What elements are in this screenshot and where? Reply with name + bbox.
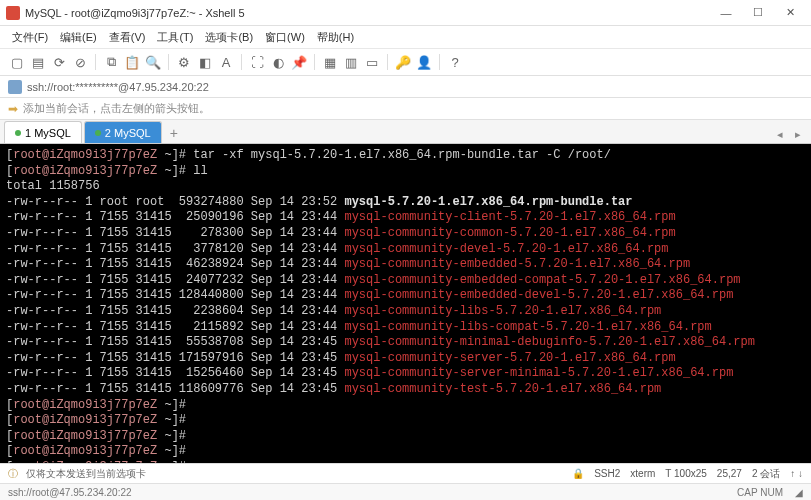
resize-grip-icon[interactable]: ◢ [795, 487, 803, 498]
terminal-line: -rw-r--r-- 1 7155 31415 2238604 Sep 14 2… [6, 304, 805, 320]
tab-1[interactable]: 1 MySQL [4, 121, 82, 143]
terminal-line: [root@iZqmo9i3j77p7eZ ~]# [6, 444, 805, 460]
footer-cap: CAP NUM [737, 487, 783, 498]
fullscreen-icon[interactable]: ⛶ [248, 53, 266, 71]
key-icon[interactable]: 🔑 [394, 53, 412, 71]
protocol-icon [8, 80, 22, 94]
ontop-icon[interactable]: 📌 [290, 53, 308, 71]
toolbar-separator [439, 54, 440, 70]
props-icon[interactable]: ⚙ [175, 53, 193, 71]
hint-bar: ➡ 添加当前会话，点击左侧的箭头按钮。 [0, 98, 811, 120]
tile-icon[interactable]: ▦ [321, 53, 339, 71]
status-pos: 25,27 [717, 468, 742, 479]
toolbar-separator [241, 54, 242, 70]
menu-file[interactable]: 文件(F) [6, 28, 54, 47]
window-controls: — ☐ ✕ [711, 3, 805, 23]
menu-edit[interactable]: 编辑(E) [54, 28, 103, 47]
session-tabs: 1 MySQL 2 MySQL + ◂ ▸ [0, 120, 811, 144]
tab-label: 1 MySQL [25, 127, 71, 139]
new-session-icon[interactable]: ▢ [8, 53, 26, 71]
tab-icon[interactable]: ▭ [363, 53, 381, 71]
status-dot-icon [15, 130, 21, 136]
app-footer: ssh://root@47.95.234.20:22 CAP NUM ◢ [0, 483, 811, 500]
cascade-icon[interactable]: ▥ [342, 53, 360, 71]
titlebar: MySQL - root@iZqmo9i3j77p7eZ:~ - Xshell … [0, 0, 811, 26]
menu-view[interactable]: 查看(V) [103, 28, 152, 47]
copy-icon[interactable]: ⧉ [102, 53, 120, 71]
terminal-line: [root@iZqmo9i3j77p7eZ ~]# tar -xf mysql-… [6, 148, 805, 164]
user-icon[interactable]: 👤 [415, 53, 433, 71]
status-conn: ↑ ↓ [790, 468, 803, 479]
minimize-button[interactable]: — [711, 3, 741, 23]
color-icon[interactable]: ◧ [196, 53, 214, 71]
lock-icon: 🔒 [572, 468, 584, 479]
terminal-line: -rw-r--r-- 1 7155 31415 118609776 Sep 14… [6, 382, 805, 398]
status-ssh: SSH2 [594, 468, 620, 479]
status-term: xterm [630, 468, 655, 479]
terminal-statusbar: ⓘ 仅将文本发送到当前选项卡 🔒 SSH2 xterm T 100x25 25,… [0, 463, 811, 483]
menu-tabs[interactable]: 选项卡(B) [199, 28, 259, 47]
footer-conn: ssh://root@47.95.234.20:22 [8, 487, 132, 498]
status-size: T 100x25 [665, 468, 707, 479]
maximize-button[interactable]: ☐ [743, 3, 773, 23]
terminal-line: total 1158756 [6, 179, 805, 195]
add-tab-button[interactable]: + [164, 123, 184, 143]
app-icon [6, 6, 20, 20]
tab-2[interactable]: 2 MySQL [84, 121, 162, 143]
hint-text: 添加当前会话，点击左侧的箭头按钮。 [23, 101, 210, 116]
terminal-line: -rw-r--r-- 1 7155 31415 46238924 Sep 14 … [6, 257, 805, 273]
terminal-line: -rw-r--r-- 1 7155 31415 2115892 Sep 14 2… [6, 320, 805, 336]
tab-prev-icon[interactable]: ◂ [771, 125, 789, 143]
toolbar-separator [95, 54, 96, 70]
toolbar: ▢ ▤ ⟳ ⊘ ⧉ 📋 🔍 ⚙ ◧ A ⛶ ◐ 📌 ▦ ▥ ▭ 🔑 👤 ? [0, 48, 811, 76]
toolbar-separator [314, 54, 315, 70]
close-button[interactable]: ✕ [775, 3, 805, 23]
help-icon[interactable]: ? [446, 53, 464, 71]
reconnect-icon[interactable]: ⟳ [50, 53, 68, 71]
menubar: 文件(F) 编辑(E) 查看(V) 工具(T) 选项卡(B) 窗口(W) 帮助(… [0, 26, 811, 48]
font-icon[interactable]: A [217, 53, 235, 71]
terminal-line: -rw-r--r-- 1 7155 31415 55538708 Sep 14 … [6, 335, 805, 351]
terminal-line: [root@iZqmo9i3j77p7eZ ~]# [6, 398, 805, 414]
menu-window[interactable]: 窗口(W) [259, 28, 311, 47]
terminal-line: [root@iZqmo9i3j77p7eZ ~]# [6, 429, 805, 445]
arrow-icon[interactable]: ➡ [8, 102, 18, 116]
tab-label: 2 MySQL [105, 127, 151, 139]
menu-tools[interactable]: 工具(T) [151, 28, 199, 47]
terminal-line: -rw-r--r-- 1 7155 31415 15256460 Sep 14 … [6, 366, 805, 382]
terminal-line: -rw-r--r-- 1 root root 593274880 Sep 14 … [6, 195, 805, 211]
address-bar: ssh://root:**********@47.95.234.20:22 [0, 76, 811, 98]
terminal-line: -rw-r--r-- 1 7155 31415 25090196 Sep 14 … [6, 210, 805, 226]
status-sess: 2 会话 [752, 467, 780, 481]
transparent-icon[interactable]: ◐ [269, 53, 287, 71]
terminal-line: -rw-r--r-- 1 7155 31415 3778120 Sep 14 2… [6, 242, 805, 258]
address-text[interactable]: ssh://root:**********@47.95.234.20:22 [27, 81, 209, 93]
terminal-line: -rw-r--r-- 1 7155 31415 171597916 Sep 14… [6, 351, 805, 367]
terminal-line: -rw-r--r-- 1 7155 31415 24077232 Sep 14 … [6, 273, 805, 289]
tab-next-icon[interactable]: ▸ [789, 125, 807, 143]
open-icon[interactable]: ▤ [29, 53, 47, 71]
terminal-line: -rw-r--r-- 1 7155 31415 278300 Sep 14 23… [6, 226, 805, 242]
terminal-line: [root@iZqmo9i3j77p7eZ ~]# ll [6, 164, 805, 180]
window-title: MySQL - root@iZqmo9i3j77p7eZ:~ - Xshell … [25, 7, 711, 19]
terminal-line: [root@iZqmo9i3j77p7eZ ~]# [6, 413, 805, 429]
search-icon[interactable]: 🔍 [144, 53, 162, 71]
toolbar-separator [387, 54, 388, 70]
toolbar-separator [168, 54, 169, 70]
status-dot-icon [95, 130, 101, 136]
terminal-pane[interactable]: [root@iZqmo9i3j77p7eZ ~]# tar -xf mysql-… [0, 144, 811, 463]
status-hint: 仅将文本发送到当前选项卡 [26, 467, 146, 481]
menu-help[interactable]: 帮助(H) [311, 28, 360, 47]
paste-icon[interactable]: 📋 [123, 53, 141, 71]
info-icon: ⓘ [8, 467, 18, 481]
disconnect-icon[interactable]: ⊘ [71, 53, 89, 71]
terminal-line: -rw-r--r-- 1 7155 31415 128440800 Sep 14… [6, 288, 805, 304]
